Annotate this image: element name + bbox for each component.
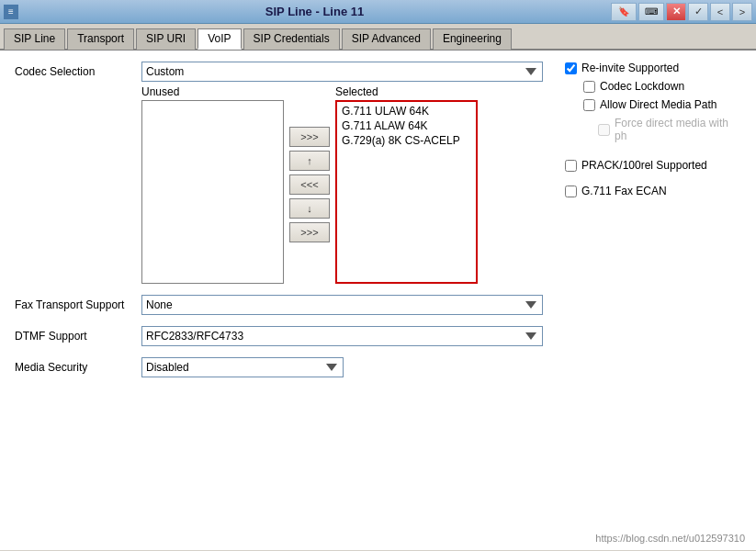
tab-bar: SIP Line Transport SIP URI VoIP SIP Cred… [0,24,756,51]
move-left-button[interactable]: <<< [289,174,330,195]
tab-sip-line[interactable]: SIP Line [4,28,65,50]
tab-sip-credentials[interactable]: SIP Credentials [243,28,340,50]
forward-button[interactable]: > [732,3,752,21]
dtmf-wrap: RFC2833/RFC4733 Inband SIP INFO [141,326,543,346]
save-icon-btn[interactable]: 🔖 [611,3,637,21]
media-security-label: Media Security [15,357,134,374]
title-bar: ≡ SIP Line - Line 11 🔖 ⌨ ✕ ✓ < > [0,0,756,24]
tab-engineering[interactable]: Engineering [433,28,512,50]
fax-transport-dropdown[interactable]: None T.38 G.711 [141,295,543,315]
g711fax-checkbox[interactable] [565,186,577,197]
move-up-button[interactable]: ↑ [289,151,330,171]
codec-selection-dropdown[interactable]: Custom G.711 Only All [141,62,543,82]
tab-sip-uri[interactable]: SIP URI [136,28,196,50]
media-security-dropdown[interactable]: Disabled Enabled Required [141,357,344,377]
fax-transport-wrap: None T.38 G.711 [141,295,543,315]
unused-label: Unused [141,85,284,98]
g711fax-row: G.711 Fax ECAN [565,185,741,197]
force-direct-media-row: Force direct media with ph [598,117,741,142]
dtmf-row: DTMF Support RFC2833/RFC4733 Inband SIP … [15,326,543,346]
move-all-right-button[interactable]: >>> [289,222,330,242]
codec-lockdown-label: Codec Lockdown [600,80,684,93]
check-button[interactable]: ✓ [688,3,708,21]
prack-label: PRACK/100rel Supported [581,159,707,172]
title-bar-title: SIP Line - Line 11 [18,5,611,18]
codec-item-g729[interactable]: G.729(a) 8K CS-ACELP [339,133,474,148]
title-bar-controls: 🔖 ⌨ ✕ ✓ < > [611,3,752,21]
dtmf-dropdown[interactable]: RFC2833/RFC4733 Inband SIP INFO [141,326,543,346]
move-down-button[interactable]: ↓ [289,198,330,219]
force-direct-media-label: Force direct media with ph [615,117,741,142]
codec-selection-label: Codec Selection [15,62,134,78]
allow-direct-media-row: Allow Direct Media Path [583,98,741,111]
codec-selection-wrap: Custom G.711 Only All Unused >>> ↑ [141,62,543,284]
codec-lockdown-checkbox[interactable] [583,81,595,93]
app-icon: ≡ [4,5,18,19]
codec-lockdown-row: Codec Lockdown [583,80,741,93]
left-panel: Codec Selection Custom G.711 Only All Un… [15,62,543,539]
codec-item-alaw[interactable]: G.711 ALAW 64K [339,118,474,133]
tab-voip[interactable]: VoIP [197,28,241,50]
unused-col: Unused [141,85,284,284]
back-button[interactable]: < [710,3,730,21]
allow-direct-media-label: Allow Direct Media Path [600,98,717,111]
title-bar-left: ≡ [4,5,18,19]
move-right-button[interactable]: >>> [289,127,330,147]
media-security-wrap: Disabled Enabled Required [141,357,543,377]
codec-selection-row: Codec Selection Custom G.711 Only All Un… [15,62,543,284]
prack-row: PRACK/100rel Supported [565,159,741,172]
reinvite-supported-row: Re-invite Supported [565,62,741,74]
extra-icon-btn[interactable]: ⌨ [638,3,664,21]
codec-buttons-col: >>> ↑ <<< ↓ >>> [284,85,335,284]
media-security-row: Media Security Disabled Enabled Required [15,357,543,377]
prack-checkbox[interactable] [565,160,577,172]
allow-direct-media-checkbox[interactable] [583,99,595,111]
fax-transport-row: Fax Transport Support None T.38 G.711 [15,295,543,315]
reinvite-supported-label: Re-invite Supported [581,62,679,74]
fax-transport-label: Fax Transport Support [15,295,134,311]
reinvite-supported-checkbox[interactable] [565,62,577,74]
selected-label: Selected [335,85,478,98]
codec-item-ulaw[interactable]: G.711 ULAW 64K [339,104,474,118]
unused-list[interactable] [141,100,284,284]
force-direct-media-checkbox[interactable] [598,124,610,136]
codec-area: Unused >>> ↑ <<< ↓ >>> Selected [141,85,543,284]
dtmf-label: DTMF Support [15,326,134,343]
selected-list[interactable]: G.711 ULAW 64K G.711 ALAW 64K G.729(a) 8… [335,100,478,284]
close-button[interactable]: ✕ [666,3,686,21]
tab-sip-advanced[interactable]: SIP Advanced [342,28,431,50]
main-content: Codec Selection Custom G.711 Only All Un… [0,51,756,550]
selected-col: Selected G.711 ULAW 64K G.711 ALAW 64K G… [335,85,478,284]
g711fax-label: G.711 Fax ECAN [581,185,667,197]
tab-transport[interactable]: Transport [67,28,134,50]
right-panel: Re-invite Supported Codec Lockdown Allow… [558,62,741,539]
